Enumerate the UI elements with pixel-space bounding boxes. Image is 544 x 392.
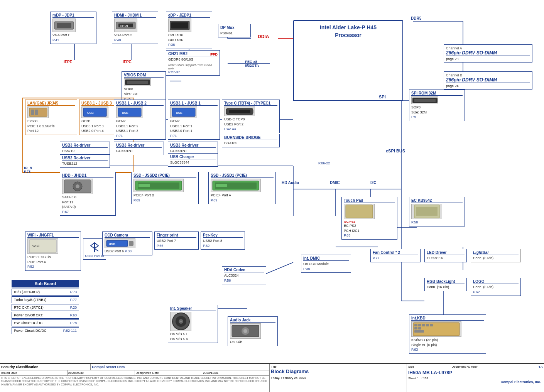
- gn21-note: Note: GN21 support PCIe Gen4 only: [168, 63, 218, 70]
- ifpe-label: IFPE: [64, 60, 72, 64]
- hdd-image: [62, 179, 93, 194]
- sub-board-power-dc: Power Circuit DC/DC P.82-111: [12, 327, 79, 334]
- lan-image: [27, 106, 49, 118]
- svg-rect-61: [414, 99, 436, 102]
- int-speaker-title: Int. Speaker: [170, 306, 216, 311]
- ccd-image: USB: [105, 238, 135, 248]
- security-value: Compal Secret Data: [91, 364, 269, 370]
- ccd-title: CCD Camera: [105, 233, 150, 238]
- hdd-content: SATA 3.0 Port 11 (SATA 0) P.67: [62, 195, 113, 214]
- touchpad-image: [344, 204, 375, 219]
- fan-control-block: Fan Control * 2 P.77: [370, 249, 421, 262]
- wifi-block: WIFI - JNGFF1 WiFi PCIE2.0 5GT/s PCIE Po…: [25, 231, 81, 271]
- svg-rect-43: [83, 108, 106, 117]
- int-speaker-block: Int. Speaker On M/B > L On M/B > R: [168, 305, 218, 343]
- usb3-redriver1-title: USB3 Re-driver: [62, 143, 108, 148]
- usb31-j1-content: GEN2 USB3.1 Port 1 USB2.0 Port 1 P.71: [170, 119, 218, 138]
- sub-board-section: Sub Board IO/B (JIO1/JIO2) P.73 Turbo ke…: [12, 280, 79, 334]
- hdd-title: HDD - JHDD1: [62, 173, 113, 178]
- usb31-j2-block: USB3.1 - JUSB 2 USB GEN2 USB3.1 Port 2 U…: [114, 100, 166, 140]
- svg-text:HDMI: HDMI: [120, 24, 128, 28]
- typec-title: Type C (TBT4) - JTYPEC1: [224, 101, 277, 106]
- int-dmic-content: On CCD Module P.38: [303, 262, 349, 271]
- processor-block: Intel Alder Lake-P H45 Processor: [293, 20, 403, 101]
- svg-rect-69: [129, 241, 133, 246]
- footer-title-value: Block Diagrams: [271, 368, 405, 374]
- gn21-content: GDDR6 8G/16G: [168, 57, 218, 62]
- ddr5-label: DDR5: [411, 16, 421, 20]
- issued-label: Issued Date: [0, 370, 68, 375]
- footer-disclaimer: THIS SHEET OF ENGINEERING DRAWING IS THE…: [0, 376, 269, 387]
- svg-point-73: [180, 321, 182, 322]
- audio-jack-image: [230, 323, 261, 339]
- ec-content: P.58: [411, 220, 463, 225]
- fingerprint-block: Finger print USB2 Port 7 P.66: [154, 231, 199, 250]
- usb2-redriver-subtitle: TUSB212: [62, 161, 108, 166]
- ssd-jssd2-content: PCIE4 Port B P.69: [133, 193, 196, 203]
- spi-label: SPI: [379, 95, 386, 99]
- typec-block: Type C (TBT4) - JTYPEC1 USB-C TCP0 USB2 …: [222, 100, 280, 133]
- svg-rect-37: [171, 22, 188, 29]
- usb3-redriver3-subtitle: GL9901NT: [170, 149, 216, 154]
- footer-sheet-info: Sheet 1 of 131: [408, 377, 543, 380]
- ddr5-b-title: 266pin DDRV SO-DIMM: [446, 77, 530, 83]
- svg-rect-81: [426, 324, 429, 326]
- ssd-jssd1-content: PCIE4 Port A P.69: [211, 193, 274, 203]
- ddr5-a-block: Channel A 266pin DDRV SO-DIMM page 23: [444, 44, 532, 63]
- deciphered-label: Deciphered Date: [135, 370, 203, 375]
- mdp-image: [52, 19, 76, 32]
- sub-board-rtc: RTC CKT. (JRTC1) P.20: [12, 304, 79, 311]
- hdd-block: HDD - JHDD1 SATA 3.0 Port 11 (SATA 0) P.…: [60, 172, 116, 216]
- svg-rect-82: [430, 324, 433, 326]
- int-dmic-title: Int. DMIC: [303, 256, 349, 261]
- usb-charger-title: USB Charger: [170, 155, 216, 159]
- usb31-j2-image: USB: [116, 106, 143, 118]
- lightbar-block: LightBar Conn. (8 Pin): [471, 249, 521, 262]
- mdp-content: VGA Port E P.41: [52, 33, 94, 42]
- ddr5-b-page: page 24: [446, 84, 459, 88]
- ddr5-b-channel: Channel B: [446, 73, 462, 77]
- footer-doc-value: IH50A MB LA-L978P: [408, 370, 543, 375]
- usb2-redriver-block: USB2 Re-driver TUSB212: [60, 154, 110, 168]
- svg-rect-64: [416, 207, 438, 216]
- led-driver-block: LED Driver TLC59116: [424, 249, 467, 262]
- ssd-jssd2-block: SSD - JSSD2 (PCIE) PCIE4 Port B P.69: [131, 172, 199, 204]
- deciphered-value: 2023/12/31: [202, 370, 269, 375]
- ec-block: EC KB9542 P.58: [409, 197, 465, 226]
- int-kbd-content: KSI/KSO (32 pin) Single BL (6 pin) P.63: [411, 338, 484, 352]
- ssd-jssd1-block: SSD - JSSD1 (PCIE) PCIE4 Port A P.69: [208, 172, 276, 204]
- int-kbd-image: [411, 321, 461, 337]
- sub-board-title: Sub Board: [12, 280, 79, 287]
- rgb-title: RGB BackLight: [427, 279, 465, 284]
- io-b-label: IO_B P.73: [24, 166, 32, 174]
- edp-image: [168, 19, 191, 32]
- p0622-label: P.06-22: [318, 161, 330, 165]
- espi-label: eSPI BUS: [386, 149, 405, 153]
- vbios-image: [124, 78, 151, 86]
- sub-board-turbo: Turbo key/B (JTRB1) P.77: [12, 296, 79, 303]
- svg-point-76: [243, 329, 247, 333]
- led-driver-title: LED Driver: [427, 250, 465, 255]
- gn21-block: GN21 MB2 GDDR6 8G/16G IFPD Note: GN21 su…: [166, 50, 220, 76]
- svg-rect-56: [139, 184, 150, 187]
- svg-rect-45: [118, 108, 141, 117]
- svg-rect-83: [414, 327, 417, 329]
- vbios-title: VBIOS ROM: [124, 73, 164, 78]
- hdmi-content: VGA Port C P.40: [114, 33, 156, 42]
- dp-mux-block: DP Mux PS8461: [218, 24, 251, 37]
- bluetooth-label: USB2 Port 10: [85, 254, 104, 258]
- usb31-j2-title: USB3.1 - JUSB 2: [116, 101, 164, 106]
- ddr5-a-channel: Channel A: [446, 46, 462, 50]
- logo-content: Conn. (6 Pin) P.62: [473, 285, 519, 294]
- int-speaker-content: On M/B > L On M/B > R: [170, 332, 216, 341]
- footer: Security Classification Compal Secret Da…: [0, 363, 544, 392]
- hdmi-image: HDMI: [114, 19, 137, 32]
- diagram-container: mDP - JDP1 VGA Port E P.41 IFPE HDMI - J…: [0, 0, 544, 392]
- svg-text:USB: USB: [87, 111, 94, 115]
- footer-doc-label: Document Number: [452, 365, 539, 369]
- usb-charger-block: USB Charger SLGC55544: [168, 153, 218, 167]
- ssd-jssd2-title: SSD - JSSD2 (PCIE): [133, 173, 196, 178]
- typec-image: [224, 106, 255, 116]
- sub-board-io-b: IO/B (JIO1/JIO2) P.73: [12, 289, 79, 296]
- wifi-content: PCIE2.0 5GT/s PCIE Port 4 P.52: [27, 255, 79, 269]
